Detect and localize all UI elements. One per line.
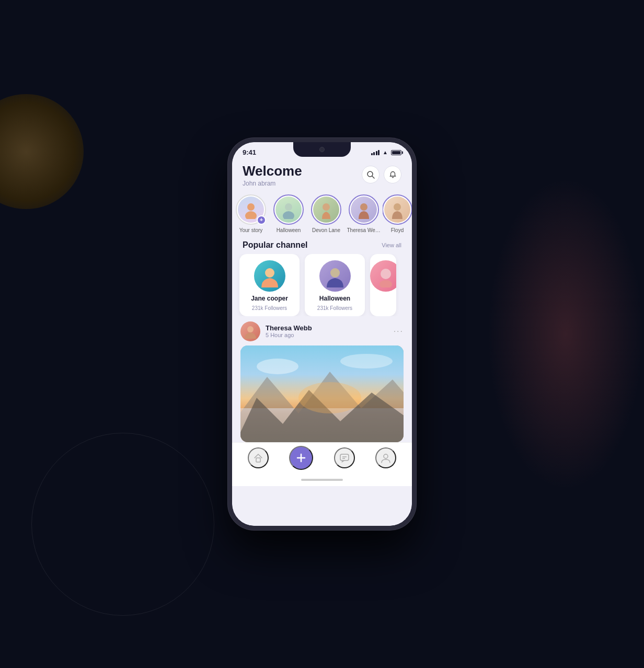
nav-profile-button[interactable] — [375, 447, 396, 468]
story-item-floyd[interactable]: Floyd — [383, 194, 412, 233]
theresa-story-ring — [349, 194, 379, 225]
popular-channel-header: Popular channel View all — [232, 238, 412, 254]
halloween-avatar — [275, 197, 302, 223]
app-content: Welcome John abram — [232, 158, 412, 526]
story-item-devon-lane[interactable]: Devon Lane — [307, 194, 345, 233]
bell-icon — [389, 171, 397, 179]
svg-point-27 — [384, 454, 388, 458]
popular-channel-title: Popular channel — [243, 240, 307, 250]
channel-card-halloween[interactable]: Halloween 231k Followers — [305, 254, 365, 316]
devon-avatar-wrapper — [311, 194, 341, 225]
story-item-halloween[interactable]: Halloween — [270, 194, 307, 233]
nav-add-button[interactable] — [289, 446, 313, 470]
landscape-image — [240, 345, 404, 442]
search-button[interactable] — [362, 166, 380, 183]
svg-point-3 — [245, 211, 257, 219]
halloween-channel-avatar — [319, 260, 351, 292]
svg-point-6 — [323, 203, 330, 211]
wifi-icon: ▲ — [383, 149, 388, 155]
post-menu-button[interactable]: ··· — [394, 327, 404, 336]
devon-story-ring — [311, 194, 341, 225]
plus-icon — [295, 452, 307, 464]
nav-home-button[interactable] — [248, 447, 269, 468]
post-section: Theresa Webb 5 Hour ago ··· — [232, 316, 412, 442]
floyd-story-ring — [383, 194, 412, 225]
bg-decoration-circle — [0, 94, 84, 209]
jane-cooper-avatar — [254, 260, 285, 292]
header-title: Welcome — [243, 164, 302, 179]
story-add-button[interactable]: + — [257, 215, 266, 225]
svg-point-8 — [394, 203, 401, 211]
notification-button[interactable] — [384, 166, 401, 183]
camera-dot — [319, 147, 325, 152]
halloween-avatar-wrapper — [273, 194, 304, 225]
header-subtitle: John abram — [243, 180, 302, 187]
home-icon — [252, 452, 264, 464]
bg-decoration-glow — [487, 177, 644, 491]
home-indicator — [232, 474, 412, 486]
svg-point-9 — [265, 268, 274, 278]
story-label-devon-lane: Devon Lane — [312, 227, 340, 233]
header-text: Welcome John abram — [243, 164, 302, 187]
svg-point-12 — [380, 280, 392, 287]
post-author-details: Theresa Webb 5 Hour ago — [266, 324, 312, 338]
phone-screen: 9:41 ▲ — [232, 142, 412, 526]
battery-icon — [391, 150, 401, 155]
story-item-your-story[interactable]: + Your story — [232, 194, 270, 233]
svg-point-11 — [381, 269, 391, 279]
floyd-avatar — [384, 197, 410, 223]
app-header: Welcome John abram — [232, 158, 412, 191]
theresa-avatar — [351, 197, 377, 223]
your-story-avatar-wrapper: + — [236, 194, 266, 225]
halloween-person — [279, 200, 298, 219]
channel-name-halloween: Halloween — [319, 295, 350, 302]
status-icons: ▲ — [371, 149, 401, 155]
nav-chat-button[interactable] — [334, 447, 355, 468]
devon-avatar — [313, 197, 339, 223]
bg-decoration-arc — [31, 433, 214, 616]
story-label-floyd: Floyd — [391, 227, 404, 233]
svg-point-5 — [283, 211, 294, 219]
theresa-person — [354, 200, 373, 219]
svg-point-20 — [340, 354, 393, 368]
phone-mockup: 9:41 ▲ — [228, 138, 416, 530]
channels-row: Jane cooper 231k Followers Halloween 231 — [232, 254, 412, 316]
svg-line-1 — [372, 176, 374, 178]
svg-rect-21 — [256, 458, 260, 462]
signal-icon — [371, 150, 380, 155]
status-time: 9:41 — [243, 148, 256, 156]
profile-icon — [380, 452, 392, 464]
view-all-link[interactable]: View all — [382, 242, 401, 248]
person-silhouette — [242, 200, 260, 219]
story-label-your-story: Your story — [239, 227, 263, 233]
halloween-story-ring — [273, 194, 304, 225]
theresa-avatar-wrapper — [349, 194, 379, 225]
svg-point-18 — [298, 382, 361, 413]
post-header: Theresa Webb 5 Hour ago ··· — [240, 321, 404, 341]
phone-notch — [293, 142, 351, 157]
post-image — [240, 345, 404, 442]
landscape-svg — [240, 345, 404, 442]
channel-card-jane-cooper[interactable]: Jane cooper 231k Followers — [239, 254, 300, 316]
post-author-name: Theresa Webb — [266, 324, 312, 332]
svg-point-13 — [247, 326, 254, 332]
chat-icon — [339, 452, 350, 464]
post-author-avatar — [240, 321, 260, 341]
partial-channel-avatar — [370, 260, 396, 292]
search-icon — [367, 171, 375, 179]
story-item-theresa-webb[interactable]: Theresa Webb — [345, 194, 383, 233]
bottom-navigation — [232, 442, 412, 474]
floyd-person — [388, 200, 407, 219]
svg-rect-24 — [340, 454, 349, 460]
svg-point-2 — [247, 203, 255, 211]
svg-point-7 — [360, 203, 367, 211]
phone-frame: 9:41 ▲ — [228, 138, 416, 530]
stories-section: + Your story — [232, 191, 412, 238]
story-label-halloween: Halloween — [277, 227, 301, 233]
post-time: 5 Hour ago — [266, 332, 312, 338]
story-label-theresa-webb: Theresa Webb — [347, 227, 381, 233]
svg-point-4 — [285, 203, 292, 211]
channel-card-partial — [370, 254, 396, 316]
home-bar — [301, 479, 343, 481]
post-user-info: Theresa Webb 5 Hour ago — [240, 321, 312, 341]
